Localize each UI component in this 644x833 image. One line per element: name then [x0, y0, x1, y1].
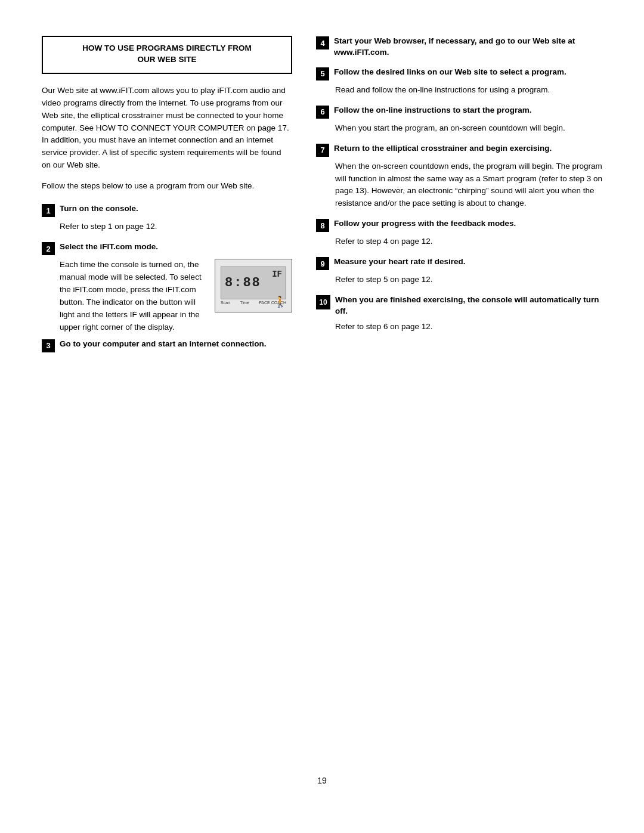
step-5-row: 5 Follow the desired links on our Web si… [316, 67, 602, 80]
section-title-line1: HOW TO USE PROGRAMS DIRECTLY FROM [51, 43, 283, 54]
step-8-body: Refer to step 4 on page 12. [335, 236, 602, 248]
step-6-title: Follow the on-line instructions to start… [334, 105, 532, 116]
left-column: HOW TO USE PROGRAMS DIRECTLY FROM OUR WE… [42, 36, 292, 758]
console-display-image: 8:88 IF Scan Time PACE COACH 🚶 [215, 259, 292, 312]
step-5-title: Follow the desired links on our Web site… [334, 67, 566, 78]
time-label: Time [240, 301, 249, 305]
step-7-title: Return to the elliptical crosstrainer an… [334, 143, 552, 154]
step-10-header: 10 When you are finished exercising, the… [316, 295, 602, 317]
step-4-header: 4 Start your Web browser, if necessary, … [316, 36, 602, 58]
person-figure: 🚶 [274, 295, 287, 308]
step-4-row: 4 Start your Web browser, if necessary, … [316, 36, 602, 58]
step-8-row: 8 Follow your progress with the feedback… [316, 218, 602, 232]
step-1-body: Refer to step 1 on page 12. [60, 221, 292, 233]
follow-paragraph: Follow the steps below to use a program … [42, 180, 292, 193]
step-7-row: 7 Return to the elliptical crosstrainer … [316, 143, 602, 157]
step-1-title: Turn on the console. [60, 203, 138, 215]
step-5-body: Read and follow the on-line instructions… [335, 84, 602, 97]
step-10-row: 10 When you are finished exercising, the… [316, 295, 602, 317]
page: HOW TO USE PROGRAMS DIRECTLY FROM OUR WE… [0, 0, 644, 833]
step-5-header: 5 Follow the desired links on our Web si… [316, 67, 602, 80]
step-6-header: 6 Follow the on-line instructions to sta… [316, 105, 602, 119]
page-number: 19 [42, 776, 602, 785]
step-4-title: Start your Web browser, if necessary, an… [334, 36, 602, 58]
console-if-indicator: IF [272, 270, 282, 279]
step-2-title: Select the iFIT.com mode. [60, 241, 158, 253]
step-1-header: 1 Turn on the console. [42, 203, 292, 217]
step-9-title: Measure your heart rate if desired. [334, 256, 466, 268]
step-2-text: Each time the console is turned on, the … [60, 259, 208, 334]
step-7-number: 7 [316, 144, 329, 157]
step-6-row: 6 Follow the on-line instructions to sta… [316, 105, 602, 119]
step-9-header: 9 Measure your heart rate if desired. [316, 256, 602, 270]
step-2-content: Each time the console is turned on, the … [60, 259, 292, 334]
step-7-header: 7 Return to the elliptical crosstrainer … [316, 143, 602, 157]
section-title-line2: OUR WEB SITE [51, 54, 283, 66]
right-column: 4 Start your Web browser, if necessary, … [316, 36, 602, 758]
step-8-title: Follow your progress with the feedback m… [334, 218, 516, 230]
step-4-number: 4 [316, 36, 329, 49]
step-10-title: When you are finished exercising, the co… [335, 295, 602, 317]
step-7-body: When the on-screen countdown ends, the p… [335, 160, 602, 210]
step-8-header: 8 Follow your progress with the feedback… [316, 218, 602, 232]
step-9-row: 9 Measure your heart rate if desired. [316, 256, 602, 270]
step-9-number: 9 [316, 257, 329, 270]
step-10-number: 10 [316, 295, 330, 309]
intro-paragraph: Our Web site at www.iFIT.com allows you … [42, 85, 292, 172]
step-10-body: Refer to step 6 on page 12. [335, 321, 602, 333]
scan-label: Scan [221, 301, 230, 305]
step-2-number: 2 [42, 242, 55, 255]
step-5-number: 5 [316, 67, 329, 80]
step-3-title: Go to your computer and start an interne… [60, 339, 267, 350]
two-column-layout: HOW TO USE PROGRAMS DIRECTLY FROM OUR WE… [42, 36, 602, 758]
step-6-number: 6 [316, 106, 329, 119]
step-6-body: When you start the program, an on-screen… [335, 122, 602, 135]
step-2-header: 2 Select the iFIT.com mode. [42, 241, 292, 255]
step-9-body: Refer to step 5 on page 12. [335, 274, 602, 286]
step-1-number: 1 [42, 204, 55, 217]
console-screen: 8:88 IF [221, 267, 286, 299]
console-digits: 8:88 [225, 275, 261, 290]
section-header-box: HOW TO USE PROGRAMS DIRECTLY FROM OUR WE… [42, 36, 292, 74]
step-3-number: 3 [42, 339, 55, 352]
step-3-header: 3 Go to your computer and start an inter… [42, 339, 292, 352]
step-8-number: 8 [316, 219, 329, 232]
